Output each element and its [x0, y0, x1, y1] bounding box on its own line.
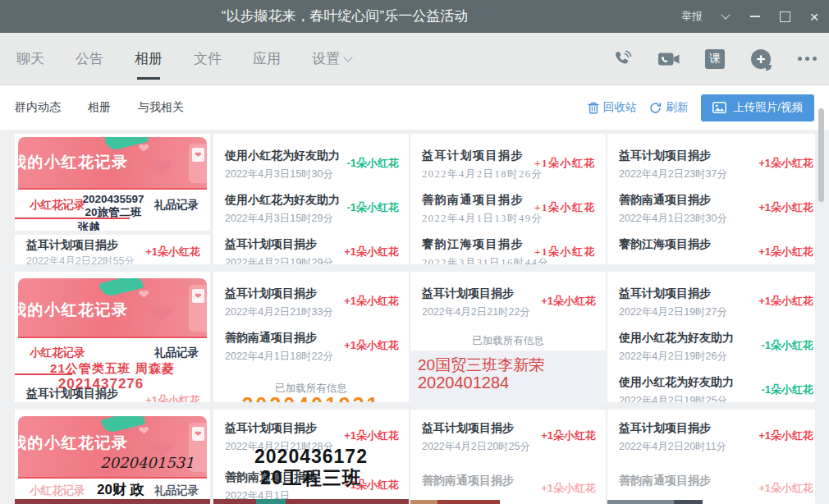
flower-banner: 我的小红花记录 ❤ ❤ ❤	[18, 278, 207, 338]
album-toolbar: 群内动态 相册 与我相关 回收站 刷新 上传照片/视频	[0, 85, 829, 130]
tab-apps[interactable]: 应用	[253, 49, 281, 68]
phone-icon	[613, 49, 633, 69]
album-entry: 益耳计划项目捐步 2022年4月2日21时33分 +1朵小红花	[225, 286, 399, 319]
heart-icon: ❤	[139, 142, 149, 155]
album-entry: 謇韵江海项目捐步 +1朵小红花	[619, 237, 805, 256]
report-dropdown[interactable]	[711, 0, 740, 33]
recycle-bin-label: 回收站	[603, 100, 637, 115]
entry-badge: +1朵小红花	[534, 245, 596, 259]
upload-label: 上传照片/视频	[733, 100, 803, 115]
student-id-overlay: 2020401931	[213, 393, 409, 402]
photo-strip	[607, 500, 703, 504]
photo-tile[interactable]: 使用小红花为好友助力 2022年4月3日15时30分 -1朵小红花 使用小红花为…	[213, 134, 409, 264]
tab-announcement[interactable]: 公告	[76, 49, 103, 68]
refresh-button[interactable]: 刷新	[649, 100, 688, 115]
photo-tile[interactable]: 益耳计划项目捐步 2022年4月2日23时37分 +1朵小红花 善韵南通项目捐步…	[607, 134, 815, 264]
filter-related-to-me[interactable]: 与我相关	[138, 100, 184, 115]
flower-tab-gifts: 礼品记录	[154, 346, 199, 360]
chevron-down-icon	[721, 10, 730, 19]
entry-badge: +1朵小红花	[541, 294, 596, 309]
student-id-overlay: 2020401531	[100, 454, 195, 471]
upload-photo-video-button[interactable]: 上传照片/视频	[701, 94, 814, 121]
report-button[interactable]: 举报	[681, 9, 703, 24]
student-class-overlay: 20工程三班	[213, 465, 409, 491]
heart-icon: ❤	[150, 155, 172, 181]
close-icon: ×	[809, 9, 818, 25]
album-entry: 益耳计划项目捐步 2022年4月2日23时37分 +1朵小红花	[619, 149, 805, 181]
close-button[interactable]: ×	[799, 0, 829, 33]
tab-chat[interactable]: 聊天	[16, 49, 44, 68]
flower-tab-gifts: 礼品记录	[154, 483, 199, 498]
album-entry: 益耳计划项目捐步 2022年4月2日20时25分 +1朵小红花	[422, 421, 596, 454]
maximize-button[interactable]	[770, 0, 799, 33]
tab-files[interactable]: 文件	[194, 49, 222, 68]
photo-tile[interactable]: 我的小红花记录 ❤ ❤ ❤ 小红花记录 2020435597 20旅管二班 礼品…	[15, 134, 210, 264]
student-name-box: 20国贸三班李新荣 2020401284	[410, 351, 606, 402]
entry-badge: +1朵小红花	[758, 481, 813, 496]
entry-badge: +1朵小红花	[534, 156, 596, 171]
photo-tile[interactable]: 益耳计划项目捐步 2022年4月2日21时33分 +1朵小红花 善韵南通项目捐步…	[213, 272, 409, 402]
minimize-icon	[750, 16, 760, 17]
photo-tile[interactable]: 我的小红花记录 ❤ ❤ ❤ 2020401531 小红花记录 礼品记录 20财 …	[15, 410, 210, 504]
add-icon: +	[751, 49, 771, 69]
photo-strip	[410, 500, 500, 504]
entry-badge: +1朵小红花	[344, 428, 399, 443]
photo-tile[interactable]: 益耳计划项目捐步 2022年4月2日21时28分 +1朵小红花 善韵南通项目捐步…	[213, 410, 409, 504]
tab-settings[interactable]: 设置	[312, 49, 351, 68]
student-class-overlay: 20财 政	[97, 480, 144, 499]
album-entry: 益耳计划项目捐步 2022年4月2日18时26分 +1朵小红花	[422, 149, 596, 181]
gift-card-decoration: ❤	[189, 285, 207, 332]
filter-group-activity[interactable]: 群内动态	[15, 100, 61, 115]
album-entry: 謇韵江海项目捐步 2022年3月31日16时44分 +1朵小红花	[422, 237, 596, 264]
maximize-icon	[780, 11, 790, 22]
album-entry: 使用小红花为好友助力 2022年4月3日15时30分 -1朵小红花	[225, 149, 399, 181]
photo-tile[interactable]: 益耳计划项目捐步 2022年4月2日19时27分 +1朵小红花 使用小红花为好友…	[607, 272, 815, 402]
album-entry: 使用小红花为好友助力 2022年4月3日15时29分 -1朵小红花	[225, 193, 399, 226]
video-call-button[interactable]	[658, 48, 680, 70]
class-button[interactable]: 课	[704, 48, 726, 70]
voice-call-button[interactable]	[612, 48, 634, 70]
photo-tile[interactable]: 益耳计划项目捐步 2022年4月2日21时22分 +1朵小红花 已加载所有信息 …	[410, 272, 606, 402]
photo-strip	[213, 499, 409, 504]
photo-tile[interactable]: 益耳计划项目捐步 2022年4月2日18时26分 +1朵小红花 善韵南通项目捐步…	[410, 134, 606, 264]
entry-badge: +1朵小红花	[344, 245, 399, 259]
entry-badge: +1朵小红花	[758, 156, 813, 171]
leaf-icon	[99, 278, 144, 298]
tab-album[interactable]: 相册	[135, 49, 163, 68]
class-icon: 课	[705, 49, 725, 69]
album-entry: 益耳计划项目捐步 2022年4月2日19时29分 +1朵小红花	[225, 237, 399, 264]
entry-badge: -1朵小红花	[761, 338, 813, 353]
photo-tile[interactable]: 益耳计划项目捐步 2022年4月2日20时11分 +1朵小红花 善韵南通项目捐步…	[607, 410, 815, 504]
gift-card-decoration: ❤	[189, 144, 207, 183]
entry-badge: +1朵小红花	[541, 481, 596, 496]
student-id-overlay: 2020436172	[213, 446, 409, 468]
entry-badge: +1朵小红花	[758, 428, 813, 443]
student-id-overlay: 2020435597 20旅管二班	[62, 193, 164, 219]
photo-tile[interactable]: 我的小红花记录 ❤ ❤ ❤ 小红花记录 礼品记录 21公管类五班 周森菱 202…	[15, 272, 210, 402]
entry-badge: +1朵小红花	[344, 294, 399, 309]
more-icon	[798, 57, 817, 61]
flower-banner: 我的小红花记录 ❤ ❤ ❤ 2020401531	[18, 416, 207, 479]
divider	[15, 231, 210, 235]
photo-strip	[256, 499, 286, 504]
entry-badge: -1朵小红花	[761, 383, 813, 397]
entry-badge: -1朵小红花	[346, 156, 399, 171]
recycle-bin-button[interactable]: 回收站	[588, 100, 637, 115]
scrollbar[interactable]	[818, 108, 824, 202]
heart-icon: ❤	[139, 424, 149, 438]
minimize-button[interactable]	[740, 0, 770, 33]
banner-title: 我的小红花记录	[18, 433, 129, 454]
flower-tab-records: 小红花记录	[30, 483, 85, 498]
album-entry: 益耳计划项目捐步 2022年4月2日21时22分 +1朵小红花	[422, 286, 596, 319]
photo-tile[interactable]: 益耳计划项目捐步 2022年4月2日20时25分 +1朵小红花 善韵南通项目捐步…	[410, 410, 606, 504]
album-entry: 益耳计划项目捐步 2022年4月2日19时27分 +1朵小红花	[619, 286, 805, 319]
all-loaded-text: 已加载所有信息	[410, 334, 606, 348]
album-entry: 善韵南通项目捐步 +1朵小红花	[619, 474, 805, 493]
more-button[interactable]	[796, 48, 818, 70]
filter-album[interactable]: 相册	[88, 100, 111, 115]
video-camera-icon	[658, 51, 680, 67]
add-button[interactable]: +	[750, 48, 772, 70]
entry-badge: +1朵小红花	[758, 245, 813, 259]
photo-strip	[15, 499, 210, 504]
entry-badge: -1朵小红花	[346, 200, 399, 215]
